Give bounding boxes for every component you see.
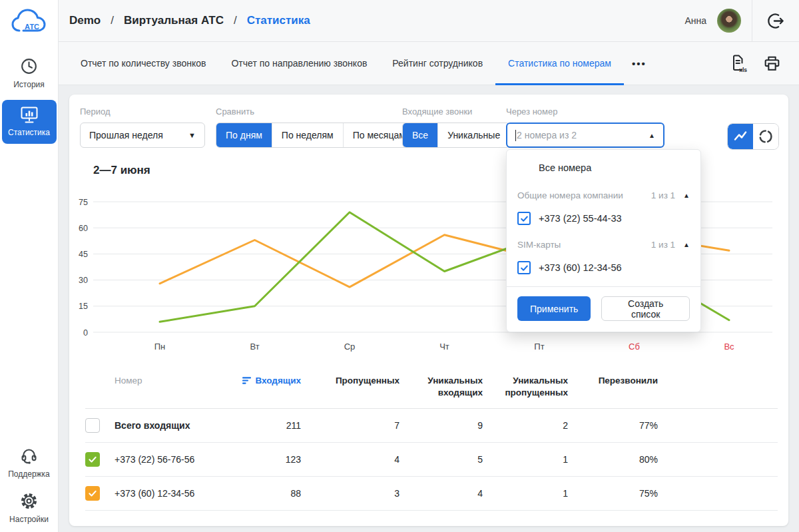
checkbox-checked[interactable] bbox=[517, 261, 531, 274]
xls-label: xls bbox=[739, 67, 747, 73]
breadcrumb-item-current: Статистика bbox=[247, 14, 310, 27]
avatar[interactable] bbox=[717, 9, 741, 33]
tabs-list: Отчет по количеству звонковОтчет по напр… bbox=[68, 42, 624, 85]
period-select[interactable]: Прошлая неделя ▼ bbox=[80, 123, 205, 148]
y-tick-label: 30 bbox=[79, 276, 88, 285]
via-number-combobox[interactable]: 2 номера из 2 ▲ bbox=[506, 123, 665, 148]
number-group-header: Общие номера компании1 из 1▲ bbox=[517, 187, 690, 203]
row-value: 3 bbox=[301, 488, 400, 499]
tab-статистика-по-номерам[interactable]: Статистика по номерам bbox=[495, 42, 624, 85]
column-header-перезвонили[interactable]: Перезвонили bbox=[568, 375, 658, 387]
row-value: 88 bbox=[221, 488, 301, 499]
number-option[interactable]: +373 (22) 55-44-33 bbox=[517, 212, 690, 225]
chart-actions bbox=[727, 123, 779, 150]
column-header-номер: Номер bbox=[115, 375, 221, 387]
sidebar-item-support[interactable]: Поддержка bbox=[2, 447, 57, 479]
row-value: 123 bbox=[221, 454, 301, 465]
collapse-group-icon[interactable]: ▲ bbox=[683, 241, 690, 248]
table-row[interactable]: +373 (22) 56-76-5612345180% bbox=[85, 443, 778, 477]
table-header-row: НомерВходящихПропущенныхУникальных входя… bbox=[85, 364, 778, 409]
via-number-value: 2 номера из 2 bbox=[517, 130, 577, 140]
row-label: Всего входящих bbox=[115, 420, 221, 431]
chevron-down-icon: ▼ bbox=[188, 131, 196, 139]
text-cursor bbox=[515, 130, 516, 141]
tab-рейтинг-сотрудников[interactable]: Рейтинг сотрудников bbox=[380, 42, 495, 85]
app-logo[interactable]: АТС bbox=[9, 7, 50, 40]
group-name: SIM-карты bbox=[517, 240, 651, 250]
incoming-label: Входящие звонки bbox=[402, 107, 510, 117]
incoming-option-все[interactable]: Все bbox=[403, 123, 438, 147]
tab-отчет-по-направлению-звонков[interactable]: Отчет по направлению звонков bbox=[218, 42, 380, 85]
y-tick-label: 75 bbox=[79, 198, 88, 207]
x-tick-label: Вт bbox=[250, 342, 259, 352]
compare-option-по-неделям[interactable]: По неделям bbox=[272, 123, 344, 147]
number-option-label: +373 (60) 12-34-56 bbox=[539, 262, 622, 273]
y-tick-label: 0 bbox=[83, 328, 88, 338]
numbers-table: НомерВходящихПропущенныхУникальных входя… bbox=[85, 364, 778, 511]
checkbox-checked-orange[interactable] bbox=[85, 486, 100, 501]
sidebar-item-history[interactable]: История bbox=[2, 57, 57, 89]
gear-icon bbox=[20, 492, 38, 510]
group-count: 1 из 1 bbox=[651, 240, 675, 250]
row-checkbox-cell bbox=[85, 452, 115, 467]
compare-option-по-дням[interactable]: По дням bbox=[216, 123, 272, 147]
sidebar: АТС История Статистика bbox=[0, 0, 59, 532]
breadcrumb-separator: / bbox=[111, 14, 114, 27]
table-body: Всего входящих21179277%+373 (22) 56-76-5… bbox=[85, 409, 778, 511]
line-chart-icon bbox=[733, 129, 748, 144]
sidebar-item-label: Настройки bbox=[9, 515, 49, 524]
y-tick-label: 45 bbox=[79, 250, 88, 259]
refresh-icon bbox=[758, 129, 774, 144]
column-header-пропущенных[interactable]: Пропущенных bbox=[301, 375, 400, 387]
number-groups: Общие номера компании1 из 1▲+373 (22) 55… bbox=[517, 187, 690, 274]
logout-button[interactable] bbox=[752, 0, 799, 41]
row-value: 80% bbox=[568, 454, 658, 465]
number-group-header: SIM-карты1 из 1▲ bbox=[517, 236, 690, 252]
sidebar-item-settings[interactable]: Настройки bbox=[2, 492, 57, 524]
period-label: Период bbox=[80, 107, 205, 117]
sidebar-item-statistics[interactable]: Статистика bbox=[2, 100, 57, 144]
collapse-group-icon[interactable]: ▲ bbox=[683, 192, 690, 199]
x-tick-label: Пт bbox=[534, 342, 544, 352]
chart-title: 2—7 июня bbox=[93, 164, 150, 177]
checkbox-checked[interactable] bbox=[517, 212, 531, 225]
number-option[interactable]: +373 (60) 12-34-56 bbox=[517, 261, 690, 274]
checkbox-checked-green[interactable] bbox=[85, 452, 100, 467]
apply-button[interactable]: Применить bbox=[517, 296, 591, 321]
refresh-button[interactable] bbox=[753, 124, 778, 149]
print-button[interactable] bbox=[762, 54, 782, 73]
user-name: Анна bbox=[684, 15, 706, 26]
row-value: 2 bbox=[483, 420, 568, 431]
option-all-numbers[interactable]: Все номера bbox=[517, 156, 690, 176]
line-chart-view-button[interactable] bbox=[728, 124, 753, 149]
export-xls-button[interactable]: xls bbox=[728, 53, 748, 73]
create-list-button[interactable]: Создать список bbox=[601, 296, 690, 321]
filter-incoming: Входящие звонки ВсеУникальные bbox=[402, 107, 510, 148]
x-tick-label: Ср bbox=[344, 342, 356, 352]
table-row[interactable]: Всего входящих21179277% bbox=[85, 409, 778, 443]
row-value: 1 bbox=[483, 488, 568, 499]
checkbox-unchecked[interactable] bbox=[85, 418, 100, 433]
dropdown-footer: Применить Создать список bbox=[507, 286, 700, 321]
topbar: Demo / Виртуальная АТС / Статистика Анна bbox=[59, 0, 799, 42]
app-root: АТС История Статистика bbox=[0, 0, 799, 532]
group-name: Общие номера компании bbox=[517, 190, 651, 200]
via-number-label: Через номер bbox=[506, 107, 665, 117]
table-row[interactable]: +373 (60) 12-34-568834175% bbox=[85, 477, 778, 511]
tab-отчет-по-количеству-звонков[interactable]: Отчет по количеству звонков bbox=[68, 42, 218, 85]
incoming-option-уникальные[interactable]: Уникальные bbox=[438, 123, 509, 147]
column-header-уникальных-пропущенных[interactable]: Уникальных пропущенных bbox=[483, 375, 568, 399]
number-dropdown-panel: Все номера Общие номера компании1 из 1▲+… bbox=[506, 149, 701, 332]
breadcrumb-item[interactable]: Demo bbox=[69, 14, 101, 27]
compare-segmented: По днямПо неделямПо месяцам bbox=[216, 123, 415, 148]
column-header-уникальных-входящих[interactable]: Уникальных входящих bbox=[400, 375, 483, 399]
chevron-up-icon: ▲ bbox=[649, 132, 655, 139]
group-count: 1 из 1 bbox=[651, 190, 675, 200]
incoming-segmented: ВсеУникальные bbox=[402, 123, 510, 148]
tabs-overflow-button[interactable]: ••• bbox=[624, 58, 655, 69]
row-label: +373 (22) 56-76-56 bbox=[115, 454, 221, 465]
check-icon bbox=[520, 264, 529, 272]
column-header-входящих[interactable]: Входящих bbox=[221, 375, 301, 387]
breadcrumb-item[interactable]: Виртуальная АТС bbox=[124, 14, 224, 27]
logo-text: АТС bbox=[25, 23, 39, 31]
